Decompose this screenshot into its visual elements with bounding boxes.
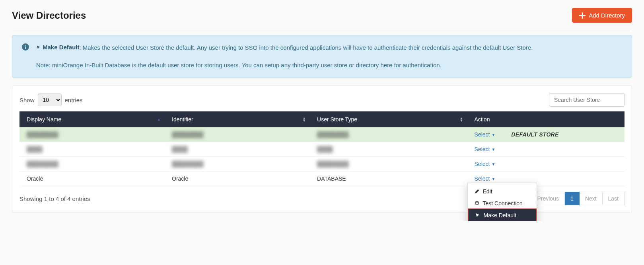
caret-down-icon: ▼ [491, 162, 495, 166]
cursor-icon [36, 45, 41, 50]
entries-label: entries [65, 97, 83, 103]
cell-user-store-type: ████████ [317, 161, 348, 167]
table-row: ████████████████████████Select ▼DEFAULT … [19, 127, 625, 142]
page-title: View Directories [12, 10, 86, 21]
edit-icon [474, 189, 480, 194]
cell-user-store-type: ████ [317, 146, 333, 152]
page-last[interactable]: Last [603, 192, 625, 205]
col-user-store-type[interactable]: User Store Type ▲▼ [310, 111, 467, 127]
col-identifier[interactable]: Identifier ▲▼ [165, 111, 310, 127]
cell-identifier: Oracle [172, 175, 188, 182]
directories-table: Display Name ▲ Identifier ▲▼ User Store … [19, 111, 625, 186]
default-store-badge: DEFAULT STORE [511, 131, 558, 138]
table-row: ████████████Select ▼ [19, 142, 625, 157]
info-icon: i [22, 43, 29, 51]
caret-down-icon: ▼ [491, 177, 495, 181]
col-action: Action [467, 111, 625, 127]
info-make-default-text: : Makes the selected User Store the defa… [80, 44, 533, 51]
directories-panel: Show 10 entries Display Name ▲ Identifie… [12, 86, 632, 213]
table-row: ████████████████████████Select ▼ [19, 157, 625, 171]
search-input[interactable] [549, 93, 625, 107]
menu-make-default[interactable]: Make Default [468, 208, 537, 221]
cell-display-name: Oracle [27, 175, 43, 182]
info-make-default-label: Make Default [43, 43, 80, 52]
table-row: OracleOracleDATABASESelect ▼ Edit Test C… [19, 171, 625, 186]
cell-display-name: ████████ [27, 161, 58, 167]
show-label: Show [19, 97, 35, 103]
gear-icon [474, 201, 480, 206]
info-note: Note: miniOrange In-Built Database is th… [36, 60, 533, 70]
add-directory-button[interactable]: Add Directory [572, 8, 632, 23]
plus-icon [579, 12, 586, 19]
cell-identifier: ████████ [172, 161, 203, 167]
cell-user-store-type: DATABASE [317, 175, 346, 182]
menu-test-connection[interactable]: Test Connection [468, 197, 537, 209]
cell-user-store-type: ████████ [317, 131, 348, 138]
page-size-select[interactable]: 10 [38, 94, 62, 106]
cell-identifier: ████ [172, 146, 188, 152]
select-dropdown[interactable]: Select ▼ [475, 131, 496, 138]
page-number[interactable]: 1 [565, 192, 580, 205]
select-dropdown[interactable]: Select ▼ [475, 175, 496, 182]
caret-down-icon: ▼ [491, 147, 495, 152]
info-box: i Make Default : Makes the selected User… [12, 35, 632, 78]
cell-identifier: ████████ [172, 131, 203, 138]
caret-down-icon: ▼ [491, 132, 495, 137]
cursor-icon [475, 212, 481, 218]
svg-text:i: i [25, 44, 26, 50]
select-dropdown[interactable]: Select ▼ [475, 146, 496, 152]
cell-display-name: ████████ [27, 131, 58, 138]
cell-display-name: ████ [27, 146, 43, 152]
add-directory-label: Add Directory [589, 12, 625, 19]
menu-edit[interactable]: Edit [468, 185, 537, 197]
page-next[interactable]: Next [580, 192, 603, 205]
table-info: Showing 1 to 4 of 4 entries [19, 195, 90, 202]
select-dropdown[interactable]: Select ▼ [475, 161, 496, 167]
action-dropdown-menu: Edit Test Connection Make Default Show S… [467, 183, 537, 221]
col-display-name[interactable]: Display Name ▲ [19, 111, 165, 127]
